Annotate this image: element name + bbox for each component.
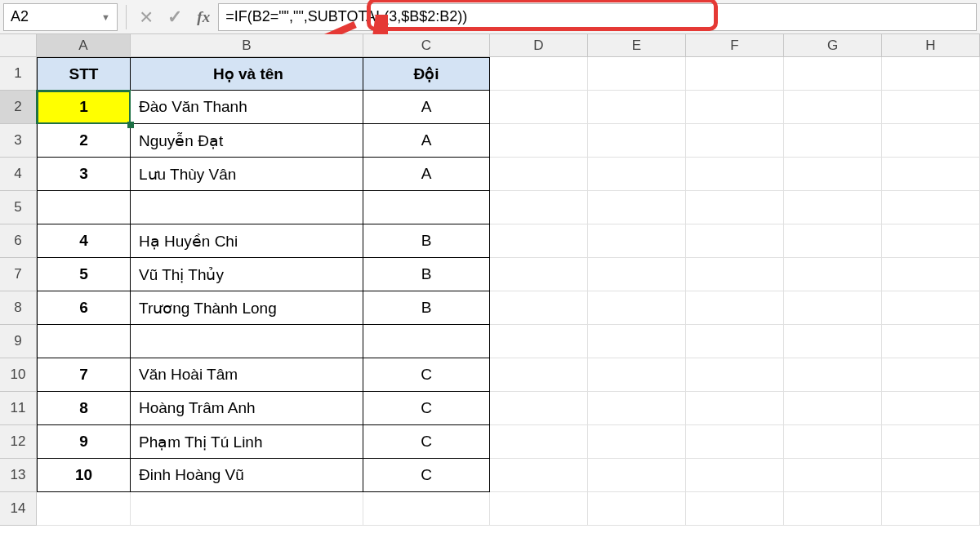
cell-E12[interactable]	[588, 425, 686, 459]
cell-F9[interactable]	[686, 325, 784, 358]
cell-C6[interactable]: B	[363, 224, 490, 258]
cell-H14[interactable]	[882, 492, 980, 526]
col-header-C[interactable]: C	[363, 34, 490, 57]
cell-B13[interactable]: Đinh Hoàng Vũ	[131, 459, 363, 492]
cell-A6[interactable]: 4	[37, 224, 131, 258]
cell-H11[interactable]	[882, 392, 980, 425]
row-header-6[interactable]: 6	[0, 224, 37, 258]
cell-D7[interactable]	[490, 258, 588, 291]
cell-D2[interactable]	[490, 91, 588, 124]
cell-F8[interactable]	[686, 291, 784, 325]
cell-A5[interactable]	[37, 191, 131, 224]
cell-E10[interactable]	[588, 358, 686, 392]
cell-G8[interactable]	[784, 291, 882, 325]
cell-H7[interactable]	[882, 258, 980, 291]
dropdown-icon[interactable]: ▼	[101, 12, 110, 22]
cell-D3[interactable]	[490, 124, 588, 158]
cell-D5[interactable]	[490, 191, 588, 224]
cell-E4[interactable]	[588, 158, 686, 191]
row-header-5[interactable]: 5	[0, 191, 37, 224]
cell-G11[interactable]	[784, 392, 882, 425]
cell-F2[interactable]	[686, 91, 784, 124]
cell-G5[interactable]	[784, 191, 882, 224]
cell-B6[interactable]: Hạ Huyền Chi	[131, 224, 363, 258]
cell-B2[interactable]: Đào Văn Thanh	[131, 91, 363, 124]
col-header-D[interactable]: D	[490, 34, 588, 57]
cell-A13[interactable]: 10	[37, 459, 131, 492]
cell-G1[interactable]	[784, 57, 882, 91]
cell-C10[interactable]: C	[363, 358, 490, 392]
cell-F6[interactable]	[686, 224, 784, 258]
cell-F12[interactable]	[686, 425, 784, 459]
cell-B7[interactable]: Vũ Thị Thủy	[131, 258, 363, 291]
cell-A11[interactable]: 8	[37, 392, 131, 425]
cell-G13[interactable]	[784, 459, 882, 492]
cell-H6[interactable]	[882, 224, 980, 258]
formula-input[interactable]: =IF(B2="","",SUBTOTAL(3,$B$2:B2))	[218, 3, 977, 31]
col-header-H[interactable]: H	[882, 34, 980, 57]
fill-handle[interactable]	[127, 122, 134, 128]
cell-C8[interactable]: B	[363, 291, 490, 325]
col-header-E[interactable]: E	[588, 34, 686, 57]
cell-G4[interactable]	[784, 158, 882, 191]
cell-F5[interactable]	[686, 191, 784, 224]
cell-C13[interactable]: C	[363, 459, 490, 492]
cell-F11[interactable]	[686, 392, 784, 425]
cell-E5[interactable]	[588, 191, 686, 224]
cell-D11[interactable]	[490, 392, 588, 425]
cell-G7[interactable]	[784, 258, 882, 291]
cell-C5[interactable]	[363, 191, 490, 224]
cell-E13[interactable]	[588, 459, 686, 492]
cell-A2[interactable]: 1	[37, 91, 131, 124]
col-header-F[interactable]: F	[686, 34, 784, 57]
col-header-G[interactable]: G	[784, 34, 882, 57]
cell-C12[interactable]: C	[363, 425, 490, 459]
cell-D14[interactable]	[490, 492, 588, 526]
select-all-corner[interactable]	[0, 34, 37, 57]
cell-G10[interactable]	[784, 358, 882, 392]
row-header-4[interactable]: 4	[0, 158, 37, 191]
cell-G2[interactable]	[784, 91, 882, 124]
name-box[interactable]: A2 ▼	[3, 3, 118, 31]
cell-F14[interactable]	[686, 492, 784, 526]
cell-G14[interactable]	[784, 492, 882, 526]
cell-C1[interactable]: Đội	[363, 57, 490, 91]
cell-F7[interactable]	[686, 258, 784, 291]
row-header-1[interactable]: 1	[0, 57, 37, 91]
cell-B9[interactable]	[131, 325, 363, 358]
cell-B12[interactable]: Phạm Thị Tú Linh	[131, 425, 363, 459]
cell-F13[interactable]	[686, 459, 784, 492]
cell-G9[interactable]	[784, 325, 882, 358]
cell-C9[interactable]	[363, 325, 490, 358]
cell-F4[interactable]	[686, 158, 784, 191]
cell-F3[interactable]	[686, 124, 784, 158]
cell-E6[interactable]	[588, 224, 686, 258]
cell-E14[interactable]	[588, 492, 686, 526]
cell-B14[interactable]	[131, 492, 363, 526]
cell-D8[interactable]	[490, 291, 588, 325]
cell-A8[interactable]: 6	[37, 291, 131, 325]
row-header-14[interactable]: 14	[0, 492, 37, 526]
row-header-7[interactable]: 7	[0, 258, 37, 291]
row-header-13[interactable]: 13	[0, 459, 37, 492]
cell-F1[interactable]	[686, 57, 784, 91]
row-header-9[interactable]: 9	[0, 325, 37, 358]
cell-D6[interactable]	[490, 224, 588, 258]
cell-E2[interactable]	[588, 91, 686, 124]
row-header-10[interactable]: 10	[0, 358, 37, 392]
cell-E7[interactable]	[588, 258, 686, 291]
cell-H13[interactable]	[882, 459, 980, 492]
cell-B4[interactable]: Lưu Thùy Vân	[131, 158, 363, 191]
col-header-A[interactable]: A	[37, 34, 131, 57]
cell-H12[interactable]	[882, 425, 980, 459]
cell-B10[interactable]: Văn Hoài Tâm	[131, 358, 363, 392]
row-header-11[interactable]: 11	[0, 392, 37, 425]
row-header-8[interactable]: 8	[0, 291, 37, 325]
cell-D4[interactable]	[490, 158, 588, 191]
cell-C7[interactable]: B	[363, 258, 490, 291]
cell-D1[interactable]	[490, 57, 588, 91]
cell-B1[interactable]: Họ và tên	[131, 57, 363, 91]
spreadsheet-grid[interactable]: A B C D E F G H 1 STT Họ và tên Đội 2 1 …	[0, 34, 980, 551]
cell-A9[interactable]	[37, 325, 131, 358]
cell-H3[interactable]	[882, 124, 980, 158]
